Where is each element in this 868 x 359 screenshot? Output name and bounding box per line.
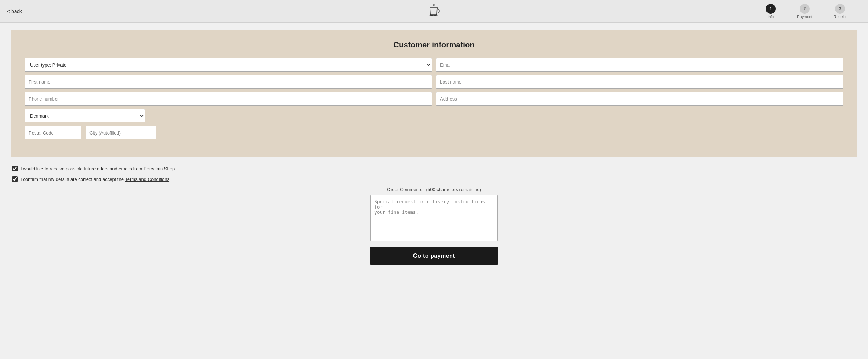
terms-link[interactable]: Terms and Conditions <box>125 177 169 182</box>
step-2-circle: 2 <box>800 4 810 14</box>
step-1: 1 Info <box>766 4 776 19</box>
step-line-2-3 <box>812 8 834 8</box>
postal-code-field[interactable] <box>25 126 81 139</box>
customer-info-box: Customer information User type: Private … <box>11 30 857 157</box>
row-postal-city <box>25 126 843 139</box>
confirm-checkbox[interactable] <box>12 176 18 182</box>
go-to-payment-button[interactable]: Go to payment <box>370 247 498 265</box>
row-country: Denmark Sweden Norway Germany UK <box>25 109 843 122</box>
address-field[interactable] <box>436 92 843 106</box>
offers-checkbox[interactable] <box>12 166 18 171</box>
checkbox-section: I would like to receive possible future … <box>11 166 857 182</box>
logo-icon <box>428 4 440 19</box>
step-2: 2 Payment <box>797 4 812 19</box>
main-content: Customer information User type: Private … <box>0 23 868 279</box>
offers-label: I would like to receive possible future … <box>21 166 176 171</box>
step-1-label: Info <box>768 15 774 19</box>
row-name <box>25 75 843 89</box>
order-comments-textarea[interactable] <box>370 195 498 241</box>
section-title: Customer information <box>25 40 843 50</box>
row-user-type-email: User type: Private User type: Business <box>25 58 843 72</box>
offers-checkbox-label[interactable]: I would like to receive possible future … <box>12 166 856 171</box>
row-phone-address <box>25 92 843 106</box>
user-type-select[interactable]: User type: Private User type: Business <box>25 58 432 72</box>
step-3-label: Receipt <box>834 15 847 19</box>
back-link[interactable]: < back <box>7 8 22 14</box>
first-name-field[interactable] <box>25 75 432 89</box>
phone-field[interactable] <box>25 92 432 106</box>
step-3-circle: 3 <box>835 4 845 14</box>
city-field[interactable] <box>86 126 156 139</box>
order-comments-label: Order Comments : (500 characters remaini… <box>387 187 481 192</box>
step-line-1-2 <box>776 8 797 8</box>
confirm-label: I confirm that my details are correct an… <box>21 177 169 182</box>
country-select[interactable]: Denmark Sweden Norway Germany UK <box>25 109 145 122</box>
confirm-checkbox-label[interactable]: I confirm that my details are correct an… <box>12 176 856 182</box>
step-1-circle: 1 <box>766 4 776 14</box>
step-2-label: Payment <box>797 15 812 19</box>
order-comments-section: Order Comments : (500 characters remaini… <box>11 187 857 265</box>
header: < back 1 Info 2 <box>0 0 868 23</box>
email-field[interactable] <box>436 58 843 72</box>
step-3: 3 Receipt <box>834 4 847 19</box>
steps-container: 1 Info 2 Payment 3 Receipt <box>766 4 847 19</box>
back-label: < back <box>7 8 22 14</box>
last-name-field[interactable] <box>436 75 843 89</box>
